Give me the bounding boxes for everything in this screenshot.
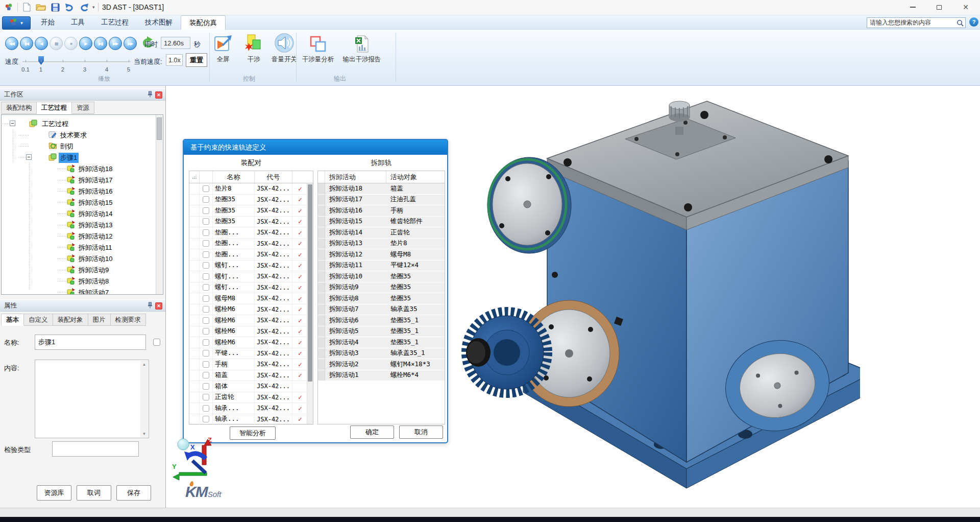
- tab-资源[interactable]: 资源: [72, 102, 94, 114]
- disassembly-track-row[interactable]: 拆卸活动17注油孔盖: [318, 195, 445, 206]
- jump-to-start-button[interactable]: ◀◀: [5, 37, 18, 50]
- disassembly-track-row[interactable]: 拆卸活动18箱盖: [318, 183, 445, 195]
- row-checkbox[interactable]: [203, 196, 209, 203]
- row-checkbox[interactable]: [203, 273, 209, 280]
- assembly-pair-row[interactable]: 螺栓M6JSX-42...✓: [189, 337, 313, 348]
- row-checkbox[interactable]: [203, 394, 209, 400]
- scroll-down-icon[interactable]: ▼: [140, 430, 148, 437]
- reset-button[interactable]: 重置: [186, 53, 207, 67]
- row-checkbox[interactable]: [203, 240, 209, 247]
- row-checkbox[interactable]: [203, 383, 209, 390]
- ribbon-tab-技术图解[interactable]: 技术图解: [137, 15, 181, 30]
- ok-button[interactable]: 确定: [350, 425, 394, 439]
- new-document-icon[interactable]: [21, 2, 32, 13]
- drag-dots-icon[interactable]: [189, 171, 200, 183]
- assembly-pair-row[interactable]: 轴承...JSX-42...✓: [189, 414, 313, 425]
- assembly-pair-row[interactable]: 垫圈...JSX-42...✓: [189, 249, 313, 260]
- tree-item-label[interactable]: 拆卸活动12: [77, 231, 114, 242]
- disassembly-track-row[interactable]: 拆卸活动11平键12×4: [318, 260, 445, 272]
- tree-item-label[interactable]: 工艺过程: [40, 119, 70, 129]
- row-checkbox[interactable]: [203, 416, 209, 422]
- disassembly-track-row[interactable]: 拆卸活动15锥齿轮部件: [318, 217, 445, 228]
- tree-item-label[interactable]: 拆卸活动18: [77, 164, 114, 174]
- help-button[interactable]: ?: [969, 17, 978, 27]
- stop-button[interactable]: ■: [64, 37, 78, 50]
- assembly-pair-row[interactable]: 垫圈...JSX-42...✓: [189, 227, 313, 239]
- assembly-pair-row[interactable]: 螺栓M6JSX-42...✓: [189, 326, 313, 338]
- assembly-pair-row[interactable]: 螺栓M6JSX-42...✓: [189, 315, 313, 326]
- assembly-pair-row[interactable]: 螺钉...JSX-42...✓: [189, 271, 313, 282]
- tab-工艺过程[interactable]: 工艺过程: [37, 102, 72, 114]
- tree-item-label[interactable]: 剖切: [59, 141, 75, 152]
- tree-item-label[interactable]: 拆卸活动8: [77, 276, 110, 287]
- tree-item-label[interactable]: 拆卸活动15: [77, 198, 114, 208]
- close-panel-icon[interactable]: ✕: [155, 91, 162, 99]
- row-checkbox[interactable]: [203, 295, 209, 302]
- row-checkbox[interactable]: [203, 185, 209, 192]
- disassembly-track-row[interactable]: 拆卸活动1螺栓M6*4: [318, 370, 445, 382]
- smart-analysis-button[interactable]: 智能分析: [230, 426, 276, 440]
- row-checkbox[interactable]: [203, 405, 209, 412]
- interference-report-button[interactable]: 输出干涉报告: [344, 32, 380, 64]
- textarea-scrollbar[interactable]: ▲ ▼: [140, 361, 148, 437]
- assembly-pair-row[interactable]: 螺钉...JSX-42...✓: [189, 260, 313, 272]
- save-icon[interactable]: [50, 2, 61, 13]
- dialog-title[interactable]: 基于约束的快速轨迹定义: [184, 140, 447, 155]
- tree-expander[interactable]: [26, 154, 32, 160]
- row-checkbox[interactable]: [203, 306, 209, 313]
- row-checkbox[interactable]: [203, 361, 209, 368]
- name-checkbox[interactable]: [153, 339, 160, 346]
- row-checkbox[interactable]: [203, 229, 209, 236]
- open-folder-icon[interactable]: [35, 2, 46, 13]
- jump-to-end-button[interactable]: ▶▶: [124, 37, 137, 50]
- row-checkbox[interactable]: [203, 218, 209, 225]
- close-button[interactable]: ✕: [952, 0, 979, 14]
- ribbon-tab-工艺过程[interactable]: 工艺过程: [93, 15, 137, 30]
- row-checkbox[interactable]: [203, 350, 209, 357]
- disassembly-track-row[interactable]: 拆卸活动16手柄: [318, 205, 445, 217]
- assembly-pair-row[interactable]: 螺栓M6JSX-42...✓: [189, 304, 313, 316]
- scroll-up-icon[interactable]: ▲: [140, 361, 148, 368]
- tree-item-label[interactable]: 技术要求: [59, 130, 88, 140]
- content-textarea[interactable]: ▲ ▼: [35, 360, 149, 438]
- disassembly-track-row[interactable]: 拆卸活动2螺钉M4×18*3: [318, 359, 445, 370]
- disassembly-track-row[interactable]: 拆卸活动7轴承盖35: [318, 304, 445, 316]
- disassembly-track-row[interactable]: 拆卸活动4垫圈35_1: [318, 337, 445, 348]
- minimize-button[interactable]: [899, 0, 926, 14]
- disassembly-track-row[interactable]: 拆卸活动13垫片8: [318, 239, 445, 250]
- row-checkbox[interactable]: [203, 284, 209, 291]
- 3d-viewport[interactable]: 基于约束的快速轨迹定义 装配对 拆卸轨 名称 代号 垫片8JSX-42...✓垫…: [166, 86, 980, 517]
- tree-item-label[interactable]: 拆卸活动17: [77, 175, 114, 185]
- assembly-pair-row[interactable]: 垫圈35JSX-42...✓: [189, 217, 313, 228]
- elapsed-time-field[interactable]: 12.60s: [161, 37, 190, 49]
- redo-icon[interactable]: [78, 2, 89, 13]
- disassembly-track-row[interactable]: 拆卸活动5垫圈35_1: [318, 326, 445, 338]
- row-checkbox[interactable]: [203, 328, 209, 335]
- pause-button[interactable]: ▮▮: [50, 37, 63, 50]
- undo-icon[interactable]: [64, 2, 75, 13]
- ribbon-tab-开始[interactable]: 开始: [33, 15, 63, 30]
- assembly-pair-row[interactable]: 螺母M8JSX-42...✓: [189, 293, 313, 304]
- volume-toggle-button[interactable]: 音量开关: [266, 32, 302, 64]
- disassembly-track-row[interactable]: 拆卸活动6垫圈35_1: [318, 315, 445, 326]
- disassembly-track-row[interactable]: 拆卸活动8垫圈35: [318, 293, 445, 304]
- prop-tab-装配对象[interactable]: 装配对象: [53, 314, 88, 326]
- tree-item-label[interactable]: 拆卸活动16: [77, 186, 114, 197]
- assembly-table-scrollbar[interactable]: [307, 183, 313, 424]
- play-button[interactable]: ▶: [79, 37, 92, 50]
- tree-item-label[interactable]: 拆卸活动7: [77, 288, 110, 295]
- assembly-pair-row[interactable]: 正齿轮JSX-42...✓: [189, 392, 313, 404]
- toolbar-options-caret[interactable]: ▾: [92, 5, 95, 10]
- application-menu-button[interactable]: ▼: [2, 16, 31, 30]
- tree-scrollbar[interactable]: [156, 115, 162, 295]
- row-checkbox[interactable]: [203, 251, 209, 258]
- tab-装配结构[interactable]: 装配结构: [1, 102, 37, 114]
- assembly-pair-row[interactable]: 平键...JSX-42...✓: [189, 348, 313, 360]
- tree-item-label[interactable]: 拆卸活动11: [77, 243, 114, 253]
- interference-analysis-button[interactable]: 干涉量分析: [300, 32, 336, 64]
- assembly-pair-row[interactable]: 垫圈35JSX-42...✓: [189, 195, 313, 206]
- assembly-pair-row[interactable]: 轴承...JSX-42...✓: [189, 403, 313, 414]
- row-checkbox[interactable]: [203, 317, 209, 324]
- pin-icon[interactable]: [147, 91, 153, 99]
- assembly-pair-row[interactable]: 垫圈35JSX-42...✓: [189, 205, 313, 217]
